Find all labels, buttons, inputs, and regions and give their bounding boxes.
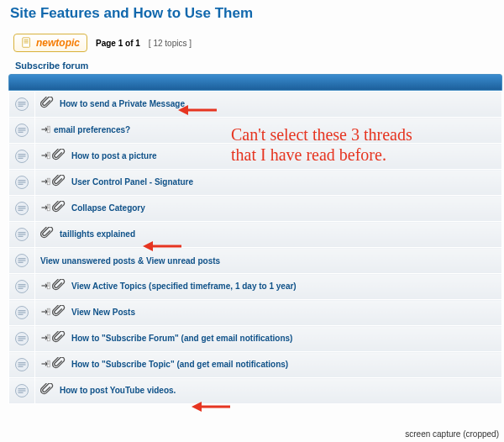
topic-title-cell[interactable]: How to send a Private Message: [35, 92, 502, 118]
topic-status-icon: [9, 352, 35, 378]
attachment-icon: [40, 227, 54, 242]
topic-row[interactable]: How to post YouTube videos.: [9, 378, 502, 404]
topic-link[interactable]: User Control Panel - Signature: [71, 177, 193, 187]
topic-title-cell[interactable]: How to post a picture: [35, 144, 502, 170]
topic-title-cell[interactable]: How to "Subscribe Forum" (and get email …: [35, 326, 502, 352]
topic-status-icon: [9, 92, 35, 118]
toolbar: newtopic Page 1 of 1 [ 12 topics ]: [13, 34, 504, 52]
subscribe-forum-link[interactable]: Subscribe forum: [15, 61, 504, 71]
new-topic-doc-icon: [21, 37, 33, 49]
goto-last-icon[interactable]: [40, 203, 50, 214]
topic-status-icon: [9, 144, 35, 170]
page-indicator: Page 1 of 1: [96, 39, 140, 48]
topic-status-icon: [9, 248, 35, 274]
topic-title-cell[interactable]: View unanswered posts & View unread post…: [35, 248, 502, 274]
goto-last-icon[interactable]: [40, 150, 50, 162]
attachment-icon: [52, 175, 66, 190]
topic-row[interactable]: taillights explained: [9, 222, 502, 248]
goto-last-icon[interactable]: [40, 124, 50, 136]
topic-link[interactable]: taillights explained: [60, 229, 135, 239]
topic-title-cell[interactable]: Collapse Category: [35, 196, 502, 222]
attachment-icon: [40, 97, 54, 112]
topic-title-cell[interactable]: taillights explained: [35, 222, 502, 248]
topic-row[interactable]: View New Posts: [9, 300, 502, 326]
topic-link[interactable]: How to post a picture: [71, 151, 157, 160]
topic-link[interactable]: How to "Subscribe Topic" (and get email …: [71, 360, 288, 369]
page-title: Site Features and How to Use Them: [10, 5, 504, 22]
attachment-icon: [52, 357, 66, 372]
topic-link[interactable]: How to post YouTube videos.: [60, 386, 176, 395]
new-topic-label: newtopic: [36, 37, 80, 49]
topic-row[interactable]: How to post a picture: [9, 144, 502, 170]
topic-title-cell[interactable]: How to "Subscribe Topic" (and get email …: [35, 352, 502, 378]
goto-last-icon[interactable]: [40, 333, 50, 345]
attachment-icon: [40, 383, 54, 398]
goto-last-icon[interactable]: [40, 359, 50, 371]
attachment-icon: [52, 279, 66, 294]
topic-status-icon: [9, 222, 35, 248]
goto-last-icon[interactable]: [40, 176, 50, 188]
topics-table: How to send a Private Messageemail prefe…: [8, 91, 502, 404]
topic-status-icon: [9, 196, 35, 222]
topic-status-icon: [9, 118, 35, 144]
topic-row[interactable]: How to "Subscribe Topic" (and get email …: [9, 352, 502, 378]
topic-title-cell[interactable]: View New Posts: [35, 300, 502, 326]
attachment-icon: [52, 149, 66, 164]
topic-link[interactable]: View unanswered posts & View unread post…: [40, 256, 220, 266]
topic-row[interactable]: How to "Subscribe Forum" (and get email …: [9, 326, 502, 352]
topic-status-icon: [9, 170, 35, 196]
table-header-bar: [8, 74, 502, 91]
topic-link[interactable]: How to "Subscribe Forum" (and get email …: [71, 334, 292, 343]
topic-row[interactable]: How to send a Private Message: [9, 92, 502, 118]
topic-row[interactable]: email preferences?: [9, 118, 502, 144]
topic-row[interactable]: View Active Topics (specified timeframe,…: [9, 274, 502, 300]
attachment-icon: [52, 331, 66, 346]
topic-row[interactable]: View unanswered posts & View unread post…: [9, 248, 502, 274]
topic-status-icon: [9, 326, 35, 352]
topic-row[interactable]: User Control Panel - Signature: [9, 170, 502, 196]
topic-row[interactable]: Collapse Category: [9, 196, 502, 222]
attachment-icon: [52, 201, 66, 216]
topic-title-cell[interactable]: email preferences?: [35, 118, 502, 144]
topic-link[interactable]: Collapse Category: [71, 203, 145, 213]
caption: screen capture (cropped): [405, 429, 499, 439]
goto-last-icon[interactable]: [40, 307, 50, 318]
topic-count: [ 12 topics ]: [149, 39, 192, 48]
new-topic-button[interactable]: newtopic: [13, 34, 87, 52]
topic-link[interactable]: View Active Topics (specified timeframe,…: [71, 282, 297, 291]
topic-title-cell[interactable]: View Active Topics (specified timeframe,…: [35, 274, 502, 300]
topic-status-icon: [9, 274, 35, 300]
topic-status-icon: [9, 300, 35, 326]
topic-link[interactable]: How to send a Private Message: [60, 99, 185, 108]
goto-last-icon[interactable]: [40, 281, 50, 292]
attachment-icon: [52, 305, 66, 320]
topic-link[interactable]: View New Posts: [71, 308, 135, 317]
topic-link[interactable]: email preferences?: [54, 125, 130, 134]
topic-status-icon: [9, 378, 35, 404]
topic-title-cell[interactable]: User Control Panel - Signature: [35, 170, 502, 196]
topic-title-cell[interactable]: How to post YouTube videos.: [35, 378, 502, 404]
